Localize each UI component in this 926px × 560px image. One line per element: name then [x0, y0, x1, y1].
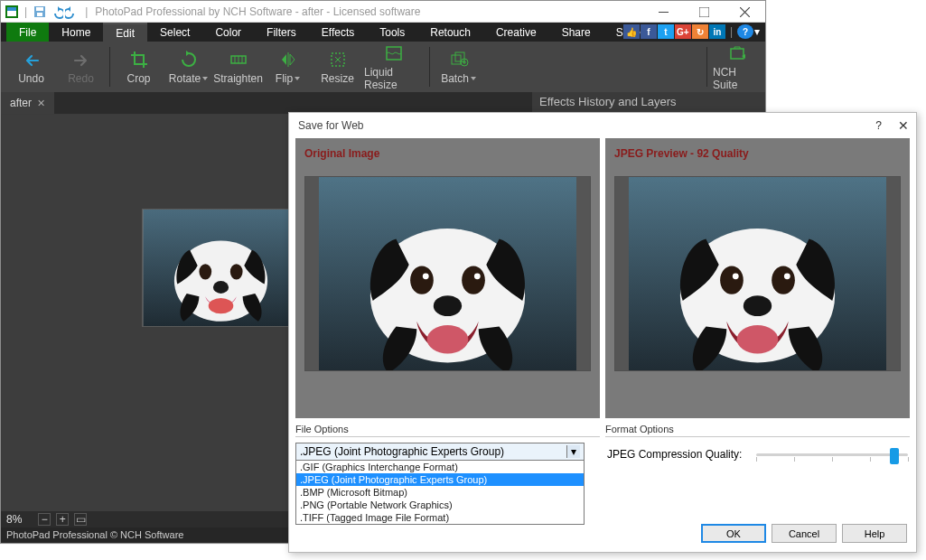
- svg-point-21: [230, 264, 243, 279]
- document-tab-label: after: [10, 97, 32, 109]
- file-format-dropdown[interactable]: .JPEG (Joint Photographic Experts Group)…: [295, 443, 585, 525]
- linkedin-icon[interactable]: in: [709, 24, 725, 39]
- svg-rect-15: [455, 52, 464, 61]
- menu-edit[interactable]: Edit: [103, 23, 147, 42]
- menu-color[interactable]: Color: [202, 23, 254, 42]
- straighten-label: Straighten: [213, 72, 263, 85]
- liquid-resize-button[interactable]: Liquid Resize: [362, 40, 426, 95]
- editing-image[interactable]: [142, 209, 300, 327]
- format-options-list: .GIF (Graphics Interchange Format) .JPEG…: [296, 460, 584, 524]
- flip-button[interactable]: Flip: [263, 40, 313, 95]
- dropdown-icon[interactable]: [471, 77, 476, 80]
- twitter-icon[interactable]: t: [658, 24, 674, 39]
- minimize-button[interactable]: [643, 1, 684, 23]
- zoom-in-button[interactable]: +: [56, 513, 69, 526]
- help-icon[interactable]: ?: [875, 119, 882, 132]
- svg-rect-7: [699, 7, 709, 17]
- format-option-png[interactable]: .PNG (Portable Network Graphics): [296, 499, 584, 511]
- svg-rect-5: [37, 13, 42, 16]
- menu-tools[interactable]: Tools: [367, 23, 417, 42]
- menu-file[interactable]: File: [6, 23, 49, 42]
- batch-button[interactable]: Batch: [434, 46, 483, 89]
- svg-rect-17: [731, 49, 744, 59]
- ok-button[interactable]: OK: [701, 524, 766, 543]
- format-options-header: Format Options: [605, 424, 910, 437]
- help-button[interactable]: Help: [842, 524, 907, 543]
- edit-ribbon: Undo Redo Crop Rotate Straighten: [1, 42, 765, 92]
- undo-icon: [22, 50, 42, 70]
- zoom-fit-button[interactable]: ▭: [74, 513, 87, 526]
- help-icon[interactable]: ?: [737, 24, 753, 39]
- zoom-out-button[interactable]: −: [38, 513, 51, 526]
- separator: [109, 47, 110, 87]
- redo-icon[interactable]: [65, 5, 80, 19]
- menu-home[interactable]: Home: [49, 23, 103, 42]
- crop-button[interactable]: Crop: [114, 40, 164, 95]
- dialog-titlebar: Save for Web ? ✕: [289, 113, 916, 138]
- titlebar: | | PhotoPad Professional by NCH Softwar…: [1, 1, 765, 23]
- close-icon[interactable]: ✕: [37, 98, 45, 109]
- close-icon[interactable]: ✕: [898, 118, 909, 133]
- format-option-bmp[interactable]: .BMP (Microsoft Bitmap): [296, 486, 584, 499]
- resize-label: Resize: [321, 72, 354, 85]
- menu-creative[interactable]: Creative: [483, 23, 549, 42]
- maximize-button[interactable]: [684, 1, 725, 23]
- rotate-label: Rotate: [169, 72, 201, 85]
- redo-button[interactable]: Redo: [56, 46, 106, 89]
- straighten-button[interactable]: Straighten: [213, 40, 263, 95]
- format-option-tiff[interactable]: .TIFF (Tagged Image File Format): [296, 511, 584, 524]
- menu-effects[interactable]: Effects: [309, 23, 367, 42]
- menu-share[interactable]: Share: [549, 23, 603, 42]
- svg-point-23: [209, 298, 234, 313]
- dropdown-icon[interactable]: [202, 77, 208, 80]
- window-title: PhotoPad Professional by NCH Software - …: [95, 5, 420, 18]
- undo-button[interactable]: Undo: [6, 46, 56, 89]
- chevron-down-icon[interactable]: ▾: [566, 445, 580, 458]
- facebook-icon[interactable]: f: [641, 24, 657, 39]
- undo-label: Undo: [18, 72, 44, 85]
- menu-retouch[interactable]: Retouch: [417, 23, 483, 42]
- dialog-title: Save for Web: [298, 119, 363, 132]
- batch-label: Batch: [441, 72, 469, 85]
- jpeg-preview-image: [614, 176, 901, 371]
- flip-icon: [278, 50, 298, 70]
- svg-rect-14: [452, 55, 461, 64]
- original-image: [304, 176, 591, 371]
- menu-select[interactable]: Select: [147, 23, 202, 42]
- menu-filters[interactable]: Filters: [254, 23, 309, 42]
- document-tab-after[interactable]: after ✕: [1, 92, 54, 114]
- jpeg-preview-pane: JPEG Preview - 92 Quality: [605, 138, 910, 418]
- svg-rect-4: [36, 7, 43, 11]
- straighten-icon: [229, 50, 248, 70]
- quality-slider[interactable]: [756, 446, 908, 462]
- file-options-header: File Options: [295, 424, 600, 437]
- batch-icon: [449, 50, 469, 70]
- resize-icon: [328, 50, 348, 70]
- rotate-button[interactable]: Rotate: [164, 40, 213, 95]
- format-option-gif[interactable]: .GIF (Graphics Interchange Format): [296, 461, 584, 473]
- resize-button[interactable]: Resize: [313, 40, 362, 95]
- dropdown-icon[interactable]: [295, 77, 300, 80]
- format-option-jpeg[interactable]: .JPEG (Joint Photographic Experts Group): [296, 473, 584, 486]
- nch-suite-button[interactable]: NCH Suite: [711, 40, 765, 95]
- undo-icon[interactable]: [49, 5, 63, 19]
- menu-bar: File Home Edit Select Color Filters Effe…: [1, 23, 765, 42]
- zoom-readout: 8%: [6, 513, 22, 526]
- gplus-icon[interactable]: G+: [675, 24, 691, 39]
- cancel-button[interactable]: Cancel: [772, 524, 837, 543]
- help-dropdown-icon[interactable]: ▾: [754, 25, 760, 38]
- flip-label: Flip: [276, 72, 293, 85]
- share-icon[interactable]: ↻: [692, 24, 708, 39]
- dog-picture-icon: [143, 210, 299, 326]
- svg-rect-6: [659, 12, 669, 13]
- save-icon[interactable]: [33, 5, 47, 19]
- close-button[interactable]: [725, 1, 765, 23]
- original-label: Original Image: [295, 138, 600, 167]
- liquid-resize-icon: [384, 43, 404, 63]
- thumbs-up-icon[interactable]: 👍: [623, 24, 640, 39]
- rotate-icon: [179, 50, 199, 70]
- format-options-group: Format Options JPEG Compression Quality:: [605, 424, 910, 525]
- side-panel-title: Effects History and Layers: [532, 92, 765, 114]
- slider-thumb-icon[interactable]: [890, 448, 899, 464]
- selected-format: .JPEG (Joint Photographic Experts Group): [300, 445, 504, 458]
